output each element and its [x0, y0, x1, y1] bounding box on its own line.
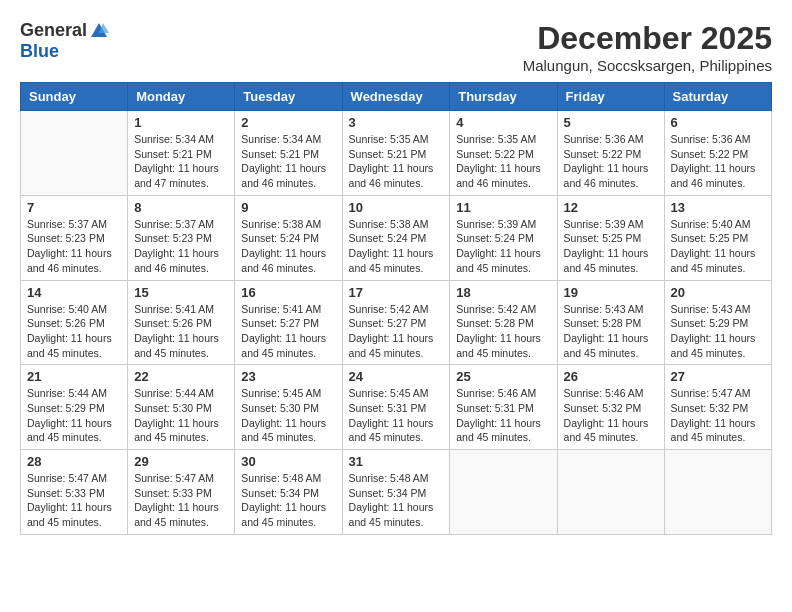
day-number: 21 [27, 369, 121, 384]
calendar-cell: 9Sunrise: 5:38 AM Sunset: 5:24 PM Daylig… [235, 195, 342, 280]
calendar-cell: 17Sunrise: 5:42 AM Sunset: 5:27 PM Dayli… [342, 280, 450, 365]
calendar-cell: 31Sunrise: 5:48 AM Sunset: 5:34 PM Dayli… [342, 450, 450, 535]
day-number: 18 [456, 285, 550, 300]
calendar-cell: 7Sunrise: 5:37 AM Sunset: 5:23 PM Daylig… [21, 195, 128, 280]
title-section: December 2025 Malungun, Soccsksargen, Ph… [523, 20, 772, 74]
day-info: Sunrise: 5:38 AM Sunset: 5:24 PM Dayligh… [241, 217, 335, 276]
day-info: Sunrise: 5:41 AM Sunset: 5:27 PM Dayligh… [241, 302, 335, 361]
calendar-cell: 13Sunrise: 5:40 AM Sunset: 5:25 PM Dayli… [664, 195, 771, 280]
day-info: Sunrise: 5:37 AM Sunset: 5:23 PM Dayligh… [134, 217, 228, 276]
day-number: 26 [564, 369, 658, 384]
weekday-header-thursday: Thursday [450, 83, 557, 111]
day-info: Sunrise: 5:42 AM Sunset: 5:28 PM Dayligh… [456, 302, 550, 361]
calendar-week-row-2: 7Sunrise: 5:37 AM Sunset: 5:23 PM Daylig… [21, 195, 772, 280]
calendar-cell: 21Sunrise: 5:44 AM Sunset: 5:29 PM Dayli… [21, 365, 128, 450]
weekday-header-row: SundayMondayTuesdayWednesdayThursdayFrid… [21, 83, 772, 111]
calendar-cell: 24Sunrise: 5:45 AM Sunset: 5:31 PM Dayli… [342, 365, 450, 450]
day-info: Sunrise: 5:38 AM Sunset: 5:24 PM Dayligh… [349, 217, 444, 276]
day-number: 15 [134, 285, 228, 300]
weekday-header-monday: Monday [128, 83, 235, 111]
day-number: 22 [134, 369, 228, 384]
calendar-cell [450, 450, 557, 535]
calendar-cell: 8Sunrise: 5:37 AM Sunset: 5:23 PM Daylig… [128, 195, 235, 280]
day-info: Sunrise: 5:40 AM Sunset: 5:26 PM Dayligh… [27, 302, 121, 361]
calendar-cell: 27Sunrise: 5:47 AM Sunset: 5:32 PM Dayli… [664, 365, 771, 450]
calendar-cell: 11Sunrise: 5:39 AM Sunset: 5:24 PM Dayli… [450, 195, 557, 280]
calendar-cell: 14Sunrise: 5:40 AM Sunset: 5:26 PM Dayli… [21, 280, 128, 365]
day-number: 23 [241, 369, 335, 384]
calendar-cell: 18Sunrise: 5:42 AM Sunset: 5:28 PM Dayli… [450, 280, 557, 365]
calendar-cell: 29Sunrise: 5:47 AM Sunset: 5:33 PM Dayli… [128, 450, 235, 535]
calendar-cell: 1Sunrise: 5:34 AM Sunset: 5:21 PM Daylig… [128, 111, 235, 196]
weekday-header-tuesday: Tuesday [235, 83, 342, 111]
page-header: General Blue December 2025 Malungun, Soc… [20, 20, 772, 74]
day-info: Sunrise: 5:36 AM Sunset: 5:22 PM Dayligh… [564, 132, 658, 191]
day-number: 16 [241, 285, 335, 300]
day-number: 6 [671, 115, 765, 130]
day-number: 11 [456, 200, 550, 215]
logo: General Blue [20, 20, 109, 62]
day-number: 25 [456, 369, 550, 384]
day-number: 28 [27, 454, 121, 469]
calendar-cell: 5Sunrise: 5:36 AM Sunset: 5:22 PM Daylig… [557, 111, 664, 196]
weekday-header-saturday: Saturday [664, 83, 771, 111]
day-info: Sunrise: 5:44 AM Sunset: 5:29 PM Dayligh… [27, 386, 121, 445]
calendar-table: SundayMondayTuesdayWednesdayThursdayFrid… [20, 82, 772, 535]
day-number: 1 [134, 115, 228, 130]
day-number: 2 [241, 115, 335, 130]
day-number: 4 [456, 115, 550, 130]
day-info: Sunrise: 5:45 AM Sunset: 5:30 PM Dayligh… [241, 386, 335, 445]
weekday-header-sunday: Sunday [21, 83, 128, 111]
calendar-cell [664, 450, 771, 535]
calendar-cell: 26Sunrise: 5:46 AM Sunset: 5:32 PM Dayli… [557, 365, 664, 450]
day-info: Sunrise: 5:40 AM Sunset: 5:25 PM Dayligh… [671, 217, 765, 276]
day-number: 19 [564, 285, 658, 300]
day-number: 30 [241, 454, 335, 469]
logo-general-text: General [20, 20, 87, 41]
calendar-cell: 25Sunrise: 5:46 AM Sunset: 5:31 PM Dayli… [450, 365, 557, 450]
day-number: 12 [564, 200, 658, 215]
calendar-week-row-4: 21Sunrise: 5:44 AM Sunset: 5:29 PM Dayli… [21, 365, 772, 450]
calendar-cell: 4Sunrise: 5:35 AM Sunset: 5:22 PM Daylig… [450, 111, 557, 196]
day-info: Sunrise: 5:39 AM Sunset: 5:24 PM Dayligh… [456, 217, 550, 276]
day-info: Sunrise: 5:48 AM Sunset: 5:34 PM Dayligh… [241, 471, 335, 530]
day-info: Sunrise: 5:39 AM Sunset: 5:25 PM Dayligh… [564, 217, 658, 276]
calendar-cell: 16Sunrise: 5:41 AM Sunset: 5:27 PM Dayli… [235, 280, 342, 365]
calendar-cell: 3Sunrise: 5:35 AM Sunset: 5:21 PM Daylig… [342, 111, 450, 196]
weekday-header-friday: Friday [557, 83, 664, 111]
calendar-cell: 19Sunrise: 5:43 AM Sunset: 5:28 PM Dayli… [557, 280, 664, 365]
calendar-cell [21, 111, 128, 196]
day-info: Sunrise: 5:34 AM Sunset: 5:21 PM Dayligh… [134, 132, 228, 191]
day-number: 20 [671, 285, 765, 300]
day-info: Sunrise: 5:34 AM Sunset: 5:21 PM Dayligh… [241, 132, 335, 191]
calendar-cell: 20Sunrise: 5:43 AM Sunset: 5:29 PM Dayli… [664, 280, 771, 365]
logo-blue-text: Blue [20, 41, 59, 62]
day-number: 31 [349, 454, 444, 469]
day-number: 29 [134, 454, 228, 469]
calendar-cell: 28Sunrise: 5:47 AM Sunset: 5:33 PM Dayli… [21, 450, 128, 535]
calendar-week-row-3: 14Sunrise: 5:40 AM Sunset: 5:26 PM Dayli… [21, 280, 772, 365]
day-info: Sunrise: 5:46 AM Sunset: 5:31 PM Dayligh… [456, 386, 550, 445]
day-info: Sunrise: 5:47 AM Sunset: 5:32 PM Dayligh… [671, 386, 765, 445]
location-subtitle: Malungun, Soccsksargen, Philippines [523, 57, 772, 74]
day-number: 24 [349, 369, 444, 384]
day-info: Sunrise: 5:48 AM Sunset: 5:34 PM Dayligh… [349, 471, 444, 530]
day-info: Sunrise: 5:43 AM Sunset: 5:28 PM Dayligh… [564, 302, 658, 361]
calendar-cell: 2Sunrise: 5:34 AM Sunset: 5:21 PM Daylig… [235, 111, 342, 196]
day-number: 5 [564, 115, 658, 130]
day-number: 17 [349, 285, 444, 300]
calendar-cell: 12Sunrise: 5:39 AM Sunset: 5:25 PM Dayli… [557, 195, 664, 280]
day-number: 8 [134, 200, 228, 215]
calendar-cell: 23Sunrise: 5:45 AM Sunset: 5:30 PM Dayli… [235, 365, 342, 450]
day-info: Sunrise: 5:44 AM Sunset: 5:30 PM Dayligh… [134, 386, 228, 445]
day-info: Sunrise: 5:47 AM Sunset: 5:33 PM Dayligh… [27, 471, 121, 530]
month-year-title: December 2025 [523, 20, 772, 57]
calendar-cell: 6Sunrise: 5:36 AM Sunset: 5:22 PM Daylig… [664, 111, 771, 196]
day-info: Sunrise: 5:36 AM Sunset: 5:22 PM Dayligh… [671, 132, 765, 191]
day-number: 27 [671, 369, 765, 384]
calendar-cell [557, 450, 664, 535]
calendar-cell: 30Sunrise: 5:48 AM Sunset: 5:34 PM Dayli… [235, 450, 342, 535]
day-number: 7 [27, 200, 121, 215]
day-info: Sunrise: 5:46 AM Sunset: 5:32 PM Dayligh… [564, 386, 658, 445]
calendar-week-row-5: 28Sunrise: 5:47 AM Sunset: 5:33 PM Dayli… [21, 450, 772, 535]
